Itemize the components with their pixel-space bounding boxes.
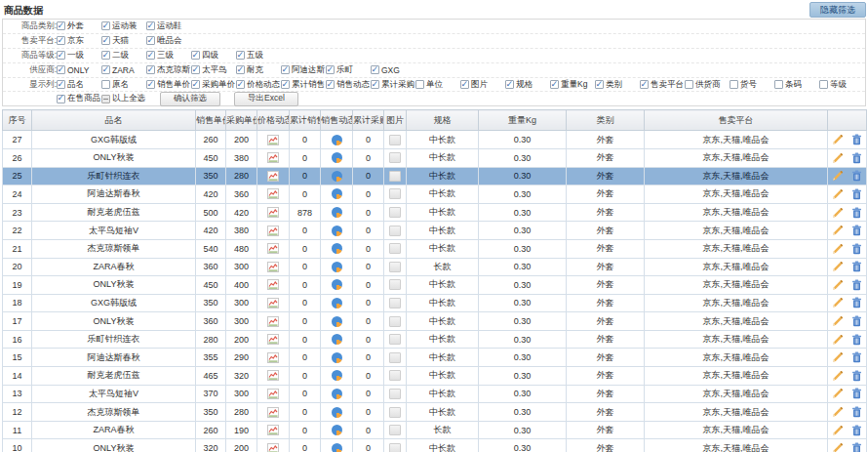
- checkbox-icon[interactable]: [236, 51, 245, 60]
- checkbox-icon[interactable]: [326, 80, 335, 89]
- delete-trash-icon[interactable]: [851, 170, 862, 182]
- edit-pencil-icon[interactable]: [832, 442, 844, 452]
- filter-option[interactable]: 二级: [101, 50, 146, 62]
- checkbox-icon[interactable]: [101, 95, 110, 103]
- table-row[interactable]: 15 阿迪达斯春秋 355 290 0 0 中长款 0.30 外套 京东,天猫,…: [3, 349, 867, 367]
- checkbox-icon[interactable]: [371, 80, 379, 89]
- edit-pencil-icon[interactable]: [832, 406, 844, 418]
- delete-trash-icon[interactable]: [851, 315, 862, 327]
- sales-trend-pie-icon[interactable]: [332, 226, 342, 236]
- filter-option[interactable]: 天猫: [101, 35, 146, 47]
- filter-option[interactable]: 条码: [774, 79, 819, 91]
- filter-option[interactable]: 销售单价: [146, 79, 191, 91]
- filter-option[interactable]: ONLY: [57, 65, 101, 75]
- cell-image[interactable]: [384, 403, 407, 422]
- cell-image[interactable]: [384, 203, 407, 222]
- cell-image[interactable]: [384, 385, 407, 403]
- cell-sales-trend[interactable]: [321, 203, 353, 222]
- price-trend-chart-icon[interactable]: [267, 279, 279, 290]
- cell-price-trend[interactable]: [257, 367, 290, 386]
- product-image-icon[interactable]: [389, 279, 401, 290]
- checkbox-icon[interactable]: [146, 21, 155, 30]
- cell-image[interactable]: [384, 312, 407, 331]
- product-image-icon[interactable]: [389, 226, 401, 236]
- cell-sales-trend[interactable]: [321, 185, 353, 204]
- cell-sales-trend[interactable]: [321, 239, 353, 258]
- delete-trash-icon[interactable]: [851, 388, 862, 399]
- edit-pencil-icon[interactable]: [832, 370, 844, 382]
- cell-image[interactable]: [384, 349, 407, 367]
- table-row[interactable]: 13 太平鸟短袖V 370 300 0 0 中长款 0.30 外套 京东,天猫,…: [3, 385, 867, 403]
- delete-trash-icon[interactable]: [851, 152, 862, 164]
- cell-price-trend[interactable]: [257, 276, 290, 295]
- checkbox-icon[interactable]: [101, 21, 110, 30]
- edit-pencil-icon[interactable]: [832, 334, 844, 346]
- checkbox-icon[interactable]: [505, 80, 514, 89]
- checkbox-icon[interactable]: [236, 80, 245, 89]
- checkbox-icon[interactable]: [191, 65, 200, 74]
- checkbox-icon[interactable]: [819, 80, 828, 89]
- checkbox-icon[interactable]: [57, 21, 65, 30]
- filter-option[interactable]: 重量Kg: [550, 79, 595, 91]
- delete-trash-icon[interactable]: [851, 351, 862, 363]
- checkbox-icon[interactable]: [640, 80, 649, 89]
- checkbox-icon[interactable]: [191, 51, 200, 60]
- sales-trend-pie-icon[interactable]: [332, 298, 342, 308]
- table-row[interactable]: 25 乐町针织连衣 350 280 0 0 中长款 0.30 外套 京东,天猫,…: [3, 167, 867, 185]
- delete-trash-icon[interactable]: [851, 297, 862, 308]
- edit-pencil-icon[interactable]: [832, 297, 844, 308]
- sales-trend-pie-icon[interactable]: [332, 171, 342, 182]
- checkbox-icon[interactable]: [146, 36, 155, 45]
- filter-option[interactable]: GXG: [371, 65, 415, 75]
- edit-pencil-icon[interactable]: [832, 315, 844, 327]
- product-image-icon[interactable]: [389, 316, 401, 327]
- table-row[interactable]: 10 ONLY秋装 320 200 0 0 中长款 0.30 外套 京东,天猫,…: [3, 439, 867, 452]
- product-image-icon[interactable]: [389, 171, 401, 182]
- checkbox-icon[interactable]: [281, 80, 290, 89]
- product-image-icon[interactable]: [389, 298, 401, 308]
- cell-sales-trend[interactable]: [321, 312, 353, 331]
- checkbox-icon[interactable]: [57, 65, 65, 74]
- sales-trend-pie-icon[interactable]: [332, 407, 342, 418]
- filter-option[interactable]: 采购单价: [191, 79, 236, 91]
- table-row[interactable]: 12 杰克琼斯领单 350 280 0 0 中长款 0.30 外套 京东,天猫,…: [3, 403, 867, 422]
- sales-trend-pie-icon[interactable]: [332, 207, 342, 218]
- cell-price-trend[interactable]: [257, 148, 290, 167]
- checkbox-icon[interactable]: [281, 65, 290, 74]
- price-trend-chart-icon[interactable]: [267, 370, 279, 381]
- filter-option[interactable]: 图片: [460, 79, 505, 91]
- hide-filter-button[interactable]: 隐藏筛选: [809, 2, 866, 18]
- table-row[interactable]: 24 阿迪达斯春秋 420 360 0 0 中长款 0.30 外套 京东,天猫,…: [3, 185, 867, 204]
- delete-trash-icon[interactable]: [851, 370, 862, 382]
- filter-option[interactable]: 以上全选: [101, 93, 146, 104]
- cell-price-trend[interactable]: [257, 239, 290, 258]
- cell-price-trend[interactable]: [257, 203, 290, 222]
- filter-option[interactable]: 太平鸟: [191, 64, 236, 76]
- sales-trend-pie-icon[interactable]: [332, 389, 342, 399]
- cell-sales-trend[interactable]: [321, 349, 353, 367]
- edit-pencil-icon[interactable]: [832, 425, 844, 436]
- cell-sales-trend[interactable]: [321, 294, 353, 312]
- cell-image[interactable]: [384, 258, 407, 276]
- checkbox-icon[interactable]: [101, 36, 110, 45]
- checkbox-icon[interactable]: [57, 95, 65, 103]
- product-image-icon[interactable]: [389, 425, 401, 435]
- price-trend-chart-icon[interactable]: [267, 243, 279, 254]
- cell-image[interactable]: [384, 276, 407, 295]
- filter-option[interactable]: 规格: [505, 79, 550, 91]
- checkbox-icon[interactable]: [415, 80, 424, 89]
- checkbox-icon[interactable]: [101, 51, 110, 60]
- filter-option[interactable]: 累计采购: [371, 79, 415, 91]
- checkbox-icon[interactable]: [57, 80, 65, 89]
- delete-trash-icon[interactable]: [851, 261, 862, 272]
- price-trend-chart-icon[interactable]: [267, 171, 279, 182]
- product-image-icon[interactable]: [389, 152, 401, 163]
- product-image-icon[interactable]: [389, 334, 401, 345]
- filter-option[interactable]: 京东: [57, 35, 101, 47]
- checkbox-icon[interactable]: [146, 51, 155, 60]
- filter-option[interactable]: 运动装: [101, 21, 146, 32]
- delete-trash-icon[interactable]: [851, 243, 862, 255]
- filter-option[interactable]: 三级: [146, 50, 191, 62]
- price-trend-chart-icon[interactable]: [267, 443, 279, 452]
- checkbox-icon[interactable]: [460, 80, 469, 89]
